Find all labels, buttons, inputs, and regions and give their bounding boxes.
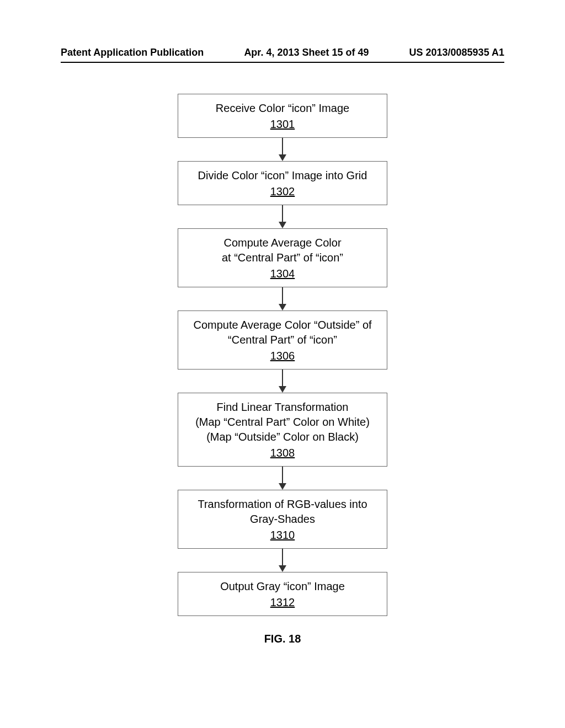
- step-ref: 1308: [270, 446, 295, 461]
- step-text: Transformation of RGB-values into: [184, 497, 381, 512]
- step-1310: Transformation of RGB-values into Gray-S…: [178, 490, 387, 549]
- step-ref: 1302: [270, 184, 295, 199]
- step-text: at “Central Part” of “icon”: [184, 250, 381, 265]
- step-ref: 1312: [270, 595, 295, 610]
- flowchart: Receive Color “icon” Image 1301 Divide C…: [178, 94, 387, 616]
- step-text: (Map “Outside” Color on Black): [184, 430, 381, 445]
- step-1301: Receive Color “icon” Image 1301: [178, 94, 387, 138]
- step-ref: 1310: [270, 528, 295, 543]
- header-center: Apr. 4, 2013 Sheet 15 of 49: [244, 47, 369, 58]
- step-text: Compute Average Color: [184, 235, 381, 250]
- step-ref: 1304: [270, 266, 295, 281]
- step-1306: Compute Average Color “Outside” of “Cent…: [178, 311, 387, 370]
- step-1308: Find Linear Transformation (Map “Central…: [178, 393, 387, 467]
- step-text: (Map “Central Part” Color on White): [184, 415, 381, 430]
- header-right: US 2013/0085935 A1: [409, 47, 504, 58]
- step-text: Compute Average Color “Outside” of: [184, 318, 381, 333]
- step-text: Gray-Shades: [184, 512, 381, 527]
- step-1304: Compute Average Color at “Central Part” …: [178, 228, 387, 287]
- figure-label: FIG. 18: [0, 633, 565, 645]
- step-1302: Divide Color “icon” Image into Grid 1302: [178, 161, 387, 205]
- arrow-icon: [279, 467, 286, 490]
- step-text: “Central Part” of “icon”: [184, 333, 381, 347]
- header-left: Patent Application Publication: [61, 47, 204, 58]
- step-text: Output Gray “icon” Image: [184, 579, 381, 594]
- arrow-icon: [279, 287, 286, 311]
- page-header: Patent Application Publication Apr. 4, 2…: [61, 47, 504, 58]
- header-rule: [61, 62, 504, 63]
- arrow-icon: [279, 205, 286, 228]
- step-text: Divide Color “icon” Image into Grid: [184, 168, 381, 183]
- step-text: Find Linear Transformation: [184, 400, 381, 415]
- arrow-icon: [279, 138, 286, 161]
- step-ref: 1306: [270, 349, 295, 363]
- page: Patent Application Publication Apr. 4, 2…: [0, 0, 565, 728]
- arrow-icon: [279, 549, 286, 572]
- step-ref: 1301: [270, 117, 295, 132]
- arrow-icon: [279, 370, 286, 393]
- step-text: Receive Color “icon” Image: [184, 101, 381, 116]
- step-1312: Output Gray “icon” Image 1312: [178, 572, 387, 616]
